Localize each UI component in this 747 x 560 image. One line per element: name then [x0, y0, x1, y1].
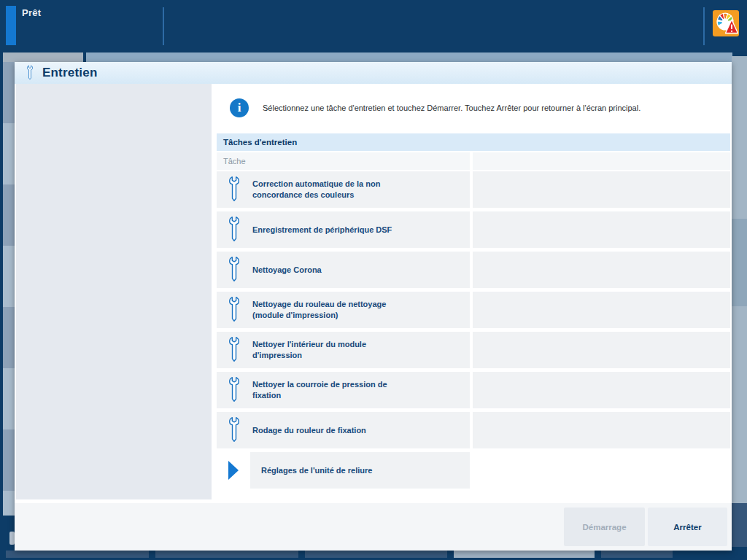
background-icon-sliver — [9, 532, 15, 545]
column-header-empty — [473, 152, 730, 170]
table-row[interactable]: Nettoyage du rouleau de nettoyage (modul… — [217, 292, 730, 328]
background-tile — [732, 503, 747, 547]
task-label: Nettoyage Corona — [252, 265, 322, 276]
task-cell-empty[interactable] — [473, 332, 730, 368]
wrench-icon — [228, 215, 241, 244]
status-bar: Prêt — [0, 0, 747, 51]
info-message: Sélectionnez une tâche d'entretien et to… — [263, 104, 715, 112]
background-bottom-button — [6, 551, 149, 558]
background-tile — [732, 219, 747, 306]
header-divider — [703, 7, 705, 45]
arrow-right-icon — [228, 461, 239, 480]
wrench-icon — [24, 65, 36, 81]
wrench-icon — [228, 255, 241, 284]
table-section-header: Tâches d'entretien — [217, 133, 730, 151]
task-cell-empty[interactable] — [473, 292, 730, 328]
info-icon: i — [230, 98, 249, 117]
task-cell-empty[interactable] — [473, 211, 730, 248]
info-row: i Sélectionnez une tâche d'entretien et … — [212, 84, 732, 131]
wrench-icon — [228, 295, 241, 324]
status-accent-bar — [6, 6, 16, 45]
header-divider — [163, 7, 164, 45]
start-button[interactable]: Démarrage — [564, 508, 645, 546]
table-row[interactable]: Rodage du rouleur de fixation — [217, 412, 730, 448]
dialog-sidebar — [16, 84, 212, 499]
wrench-icon — [228, 416, 241, 445]
task-cell[interactable]: Nettoyage Corona — [217, 252, 470, 288]
stop-button[interactable]: Arrêter — [648, 508, 727, 546]
background-bottom-button — [454, 551, 595, 558]
task-cell[interactable]: Enregistrement de périphérique DSF — [217, 211, 470, 248]
table-row[interactable]: Nettoyage Corona — [217, 252, 730, 288]
maintenance-dialog: Entretien i Sélectionnez une tâche d'ent… — [15, 62, 732, 551]
table-row[interactable]: Enregistrement de périphérique DSF — [217, 211, 730, 248]
dialog-footer: Démarrage Arrêter — [15, 503, 732, 551]
table-row[interactable]: Correction automatique de la non concord… — [217, 171, 730, 208]
wrench-icon — [228, 376, 241, 405]
task-label: Nettoyage du rouleau de nettoyage (modul… — [252, 299, 386, 321]
column-header-task: Tâche — [217, 152, 470, 170]
task-cell-empty[interactable] — [473, 252, 730, 288]
wrench-icon — [228, 175, 241, 204]
task-cell[interactable]: Correction automatique de la non concord… — [217, 171, 470, 208]
table-row[interactable]: Nettoyer l'intérieur du module d'impress… — [217, 332, 730, 368]
dialog-titlebar: Entretien — [15, 62, 732, 84]
table-row[interactable]: Nettoyer la courroie de pression de fixa… — [217, 372, 730, 408]
task-label: Nettoyer l'intérieur du module d'impress… — [252, 339, 366, 361]
background-sidebar-tiles — [3, 62, 15, 516]
task-label: Rodage du rouleur de fixation — [252, 425, 366, 436]
background-tile — [86, 52, 732, 62]
task-cell[interactable]: Nettoyage du rouleau de nettoyage (modul… — [217, 292, 470, 328]
task-cell[interactable]: Rodage du rouleur de fixation — [217, 412, 470, 448]
task-cell[interactable]: Nettoyer la courroie de pression de fixa… — [217, 372, 470, 408]
dialog-main: i Sélectionnez une tâche d'entretien et … — [212, 84, 732, 503]
task-cell-empty[interactable] — [473, 171, 730, 208]
task-label: Réglages de l'unité de reliure — [261, 465, 372, 476]
task-label: Nettoyer la courroie de pression de fixa… — [252, 379, 387, 401]
task-rows: Correction automatique de la non concord… — [217, 171, 730, 492]
wrench-icon — [228, 335, 241, 365]
task-label: Correction automatique de la non concord… — [252, 179, 380, 201]
table-row[interactable]: Réglages de l'unité de reliure — [217, 452, 730, 489]
table-column-header: Tâche — [217, 152, 730, 170]
color-calibration-warning-icon[interactable] — [713, 10, 739, 36]
background-tile — [3, 52, 83, 62]
background-bottom-button — [305, 551, 447, 558]
task-cell-empty[interactable] — [473, 412, 730, 448]
task-label: Enregistrement de périphérique DSF — [252, 225, 392, 236]
task-cell[interactable]: Nettoyer l'intérieur du module d'impress… — [217, 332, 470, 368]
task-cell[interactable]: Réglages de l'unité de reliure — [250, 452, 470, 489]
background-bottom-button — [601, 551, 673, 558]
device-status: Prêt — [22, 7, 42, 18]
dialog-title: Entretien — [42, 66, 97, 80]
background-bottom-button — [155, 551, 298, 558]
task-cell-empty[interactable] — [473, 372, 730, 408]
